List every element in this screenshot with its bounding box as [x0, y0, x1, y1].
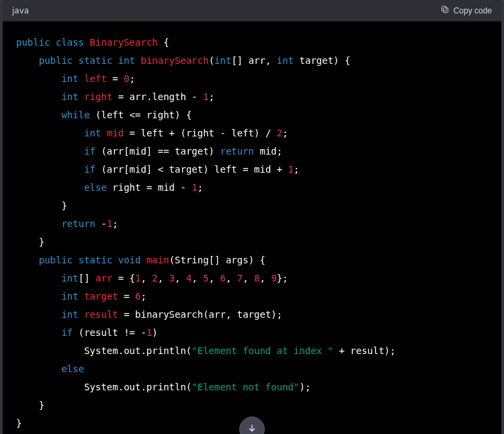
copy-code-label: Copy code — [454, 6, 492, 15]
code-content[interactable]: public class BinarySearch { public stati… — [3, 21, 501, 434]
svg-rect-1 — [442, 6, 446, 11]
code-header: java Copy code — [3, 0, 501, 21]
svg-rect-0 — [443, 8, 448, 13]
code-block: java Copy code public class BinarySearch… — [3, 0, 501, 434]
language-label: java — [12, 6, 29, 15]
arrow-down-icon — [247, 423, 257, 434]
copy-code-button[interactable]: Copy code — [440, 5, 492, 16]
clipboard-icon — [440, 5, 450, 16]
